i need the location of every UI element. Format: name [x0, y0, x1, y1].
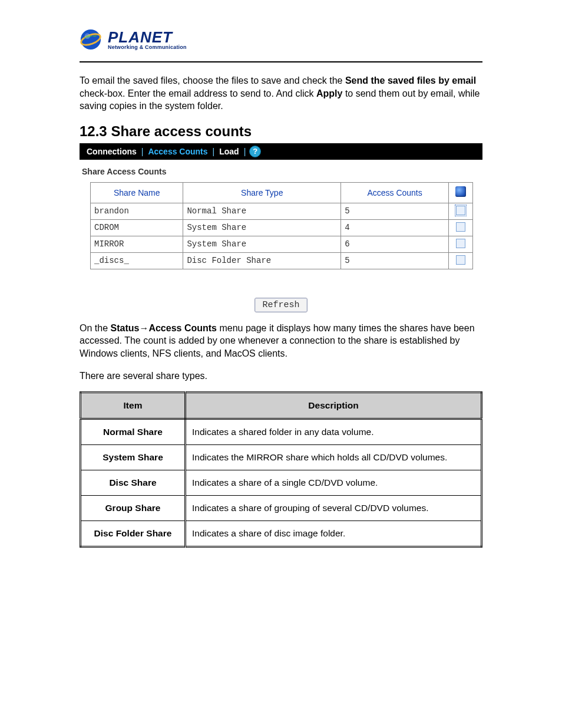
table-row: System Share Indicates the MIRROR share … [81, 445, 482, 470]
cell-share-name: CDROM [91, 219, 183, 236]
share-types-intro: There are several share types. [80, 370, 482, 383]
cell-checkbox[interactable] [449, 219, 473, 236]
tabbar: Connections | Access Counts | Load | ? [80, 143, 482, 160]
cell-desc: Indicates a shared folder in any data vo… [186, 419, 482, 445]
table-header-row: Item Description [81, 393, 482, 419]
table-row: Disc Folder Share Indicates a share of d… [81, 521, 482, 547]
col-description: Description [186, 393, 482, 419]
cell-share-name: _discs_ [91, 252, 183, 269]
checkbox-icon[interactable] [456, 255, 465, 265]
cell-share-name: MIRROR [91, 236, 183, 252]
checkbox-icon[interactable] [456, 206, 465, 215]
tab-access-counts[interactable]: Access Counts [144, 147, 211, 156]
cell-share-type: System Share [183, 236, 341, 252]
cell-checkbox[interactable] [449, 252, 473, 269]
share-access-counts-block: Share Access Counts Share Name Share Typ… [80, 160, 482, 280]
intro-paragraph: To email the saved files, choose the fil… [80, 74, 482, 113]
cell-share-type: Disc Folder Share [183, 252, 341, 269]
checkbox-icon[interactable] [456, 239, 465, 248]
cell-desc: Indicates a share of a single CD/DVD vol… [186, 470, 482, 496]
table-row: MIRROR System Share 6 [91, 236, 473, 252]
cell-share-name: brandon [91, 203, 183, 219]
explain-paragraph: On the Status→Access Counts menu page it… [80, 322, 482, 360]
svg-point-0 [81, 29, 101, 50]
logo-word: PLANET [108, 29, 187, 45]
col-item: Item [81, 393, 186, 419]
table-row: CDROM System Share 4 [91, 219, 473, 236]
cell-access-count: 5 [341, 252, 449, 269]
logo-subtitle: Networking & Communication [108, 45, 187, 50]
refresh-button[interactable]: Refresh [254, 298, 307, 312]
cell-item: Disc Folder Share [81, 521, 186, 547]
cell-checkbox[interactable] [449, 236, 473, 252]
section-heading: 12.3 Share access counts [80, 123, 482, 140]
tab-separator: | [211, 147, 216, 156]
col-share-name: Share Name [91, 182, 183, 203]
col-share-type: Share Type [183, 182, 341, 203]
intro-bold-apply: Apply [316, 88, 342, 98]
tab-load[interactable]: Load [216, 147, 242, 156]
cell-share-type: Normal Share [183, 203, 341, 219]
table-row: Group Share Indicates a share of groupin… [81, 496, 482, 521]
cell-access-count: 4 [341, 219, 449, 236]
logo: PLANET Networking & Communication [80, 13, 482, 61]
globe-icon [80, 28, 102, 51]
cell-desc: Indicates a share of disc image folder. [186, 521, 482, 547]
table-row: Normal Share Indicates a shared folder i… [81, 419, 482, 445]
svg-point-2 [85, 34, 91, 39]
col-access-counts: Access Counts [341, 182, 449, 203]
select-all-icon[interactable] [455, 186, 466, 197]
share-access-counts-title: Share Access Counts [82, 167, 482, 176]
tab-separator: | [140, 147, 145, 156]
help-icon[interactable]: ? [249, 146, 261, 157]
col-select-all[interactable] [449, 182, 473, 203]
table-row: _discs_ Disc Folder Share 5 [91, 252, 473, 269]
cell-desc: Indicates a share of grouping of several… [186, 496, 482, 521]
tab-separator: | [243, 147, 247, 156]
cell-share-type: System Share [183, 219, 341, 236]
page: PLANET Networking & Communication To ema… [0, 0, 562, 728]
logo-text: PLANET Networking & Communication [108, 29, 187, 50]
cell-item: Normal Share [81, 419, 186, 445]
intro-text-mid: check-box. Enter the email address to se… [80, 88, 316, 98]
explain-pre: On the [80, 323, 110, 333]
table-header-row: Share Name Share Type Access Counts [91, 182, 473, 203]
table-row: Disc Share Indicates a share of a single… [81, 470, 482, 496]
tab-connections[interactable]: Connections [83, 147, 140, 156]
cell-access-count: 6 [341, 236, 449, 252]
cell-item: System Share [81, 445, 186, 470]
table-row: brandon Normal Share 5 [91, 203, 473, 219]
header-divider [80, 61, 482, 62]
intro-bold-send: Send the saved files by email [345, 75, 476, 85]
explain-bold-path: Status→Access Counts [110, 323, 217, 333]
share-types-table: Item Description Normal Share Indicates … [80, 391, 482, 548]
intro-text-pre: To email the saved files, choose the fil… [80, 75, 345, 85]
cell-item: Group Share [81, 496, 186, 521]
cell-item: Disc Share [81, 470, 186, 496]
cell-desc: Indicates the MIRROR share which holds a… [186, 445, 482, 470]
checkbox-icon[interactable] [456, 222, 465, 232]
cell-access-count: 5 [341, 203, 449, 219]
refresh-wrap: Refresh [80, 298, 482, 312]
cell-checkbox[interactable] [449, 203, 473, 219]
share-access-counts-table: Share Name Share Type Access Counts bran… [90, 182, 473, 269]
